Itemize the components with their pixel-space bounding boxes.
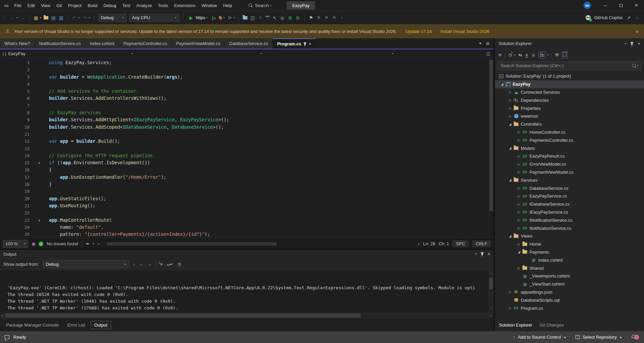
tree-item-dependencies[interactable]: ▷Dependencies bbox=[495, 96, 644, 104]
line-ending-indicator[interactable]: CRLF bbox=[472, 240, 491, 247]
issues-label[interactable]: No issues found bbox=[47, 241, 78, 246]
pin-icon[interactable] bbox=[304, 43, 306, 45]
redo-icon[interactable]: ↷ bbox=[82, 15, 87, 20]
expander-icon[interactable]: ▷ bbox=[516, 226, 521, 230]
expander-icon[interactable]: ▷ bbox=[516, 203, 521, 206]
toolbar-drag-handle[interactable]: ⋮ bbox=[2, 16, 7, 19]
fold-icon[interactable]: ∨ bbox=[30, 217, 49, 224]
line-indicator[interactable]: Ln: 28 bbox=[423, 241, 435, 246]
editor-tab-paymentscontroller-cs[interactable]: PaymentsController.cs bbox=[119, 38, 171, 49]
zoom-level-select[interactable]: 100 %▾ bbox=[3, 240, 28, 248]
editor-tab-index-cshtml[interactable]: Index.cshtml bbox=[85, 38, 119, 49]
code-line[interactable]: 18} bbox=[0, 181, 494, 188]
chevron-down-icon[interactable]: ▾ bbox=[223, 16, 225, 19]
tree-item-inotificationservice-cs[interactable]: ▷C#INotificationService.cs bbox=[495, 216, 644, 224]
tree-item-eazypayservice-cs[interactable]: ▷C#EazyPayService.cs bbox=[495, 192, 644, 200]
chevron-down-icon[interactable]: ▾ bbox=[234, 16, 235, 19]
sort-lines-icon[interactable]: ≣ bbox=[287, 15, 293, 20]
chevron-down-icon[interactable]: ▾ bbox=[93, 242, 94, 245]
editor-tab-notificationservice-cs[interactable]: NotificationService.cs bbox=[35, 38, 85, 49]
menu-item-build[interactable]: Build bbox=[85, 3, 100, 8]
scroll-right-icon[interactable]: ▸ bbox=[491, 314, 492, 317]
window-position-icon[interactable]: ▾ bbox=[475, 252, 477, 256]
document-health-icon[interactable]: ◉ bbox=[32, 241, 35, 246]
chevron-down-icon[interactable]: ▾ bbox=[16, 16, 18, 19]
code-line[interactable]: 11 bbox=[0, 131, 494, 138]
code-line[interactable]: 15∨if (!app.Environment.IsDevelopment()) bbox=[0, 159, 494, 166]
clear-all-icon[interactable]: ×≡ bbox=[160, 262, 163, 267]
expander-icon[interactable]: ▷ bbox=[516, 186, 521, 190]
tree-item-notificationservice-cs[interactable]: ▷C#NotificationService.cs bbox=[495, 224, 644, 232]
code-line[interactable]: 9builder.Services.AddHttpClient<IEazyPay… bbox=[0, 116, 494, 123]
tree-item-program-cs[interactable]: ▷C#Program.cs bbox=[495, 304, 644, 312]
editor-tab-what-s-new[interactable]: What's New? bbox=[0, 38, 34, 49]
expander-icon[interactable]: ▷ bbox=[508, 115, 513, 118]
close-icon[interactable]: × bbox=[636, 29, 639, 34]
editor-tab-databaseservice-cs[interactable]: DatabaseService.cs bbox=[225, 38, 273, 49]
copilot-label[interactable]: GitHub Copilot bbox=[594, 15, 623, 20]
code-line[interactable]: 1using EazyPay.Services; bbox=[0, 59, 494, 66]
tree-item-paymentscontroller-cs[interactable]: ▷C#PaymentsController.cs bbox=[495, 136, 644, 144]
code-line[interactable]: 16{ bbox=[0, 166, 494, 173]
toolbar-overflow-icon[interactable]: ≡ bbox=[339, 16, 344, 19]
code-line[interactable]: 5// Add services to the container. bbox=[0, 88, 494, 95]
expander-icon[interactable]: ▷ bbox=[508, 306, 513, 310]
scroll-right-icon[interactable]: ▸ bbox=[418, 242, 420, 246]
member-dropdown[interactable]: ▾ bbox=[265, 49, 396, 58]
undo-icon[interactable]: ↶ bbox=[72, 15, 77, 20]
code-line[interactable]: 3var builder = WebApplication.CreateBuil… bbox=[0, 74, 494, 81]
add-to-source-control-button[interactable]: ↑ Add to Source Control ▲ bbox=[513, 335, 566, 340]
code-line[interactable]: 14// Configure the HTTP request pipeline… bbox=[0, 152, 494, 159]
code-line[interactable]: 19 bbox=[0, 188, 494, 195]
navigate-forward-icon[interactable]: → bbox=[20, 15, 26, 20]
user-avatar[interactable]: SK bbox=[584, 2, 591, 9]
tree-item-ieazypayservice-cs[interactable]: ▷C#IEazyPayService.cs bbox=[495, 208, 644, 216]
add-item-icon[interactable] bbox=[243, 16, 247, 19]
tree-item-appsettings-json[interactable]: ▷⚙appsettings.json bbox=[495, 288, 644, 296]
tree-item-viewimports-cshtml[interactable]: @_ViewImports.cshtml bbox=[495, 272, 644, 280]
spell-check-icon[interactable]: abc✓ bbox=[265, 15, 270, 20]
copy-lines-icon[interactable]: ▣ bbox=[280, 15, 285, 20]
select-repository-button[interactable]: Select Repository ▲ bbox=[576, 335, 622, 340]
code-line[interactable]: 6builder.Services.AddControllersWithView… bbox=[0, 95, 494, 102]
update-link[interactable]: Update 17.14 bbox=[406, 29, 432, 34]
window-layout-icon[interactable]: ◫ bbox=[250, 15, 255, 20]
solution-row[interactable]: ∞Solution 'EazyPay' (1 of 1 project) bbox=[495, 72, 644, 80]
output-source-select[interactable]: Debug▾ bbox=[43, 260, 129, 268]
feedback-icon[interactable] bbox=[5, 335, 9, 339]
save-icon[interactable]: ▤ bbox=[51, 15, 56, 20]
notifications-button[interactable]: 1 bbox=[632, 335, 636, 340]
indent-lines-icon[interactable]: ≣ bbox=[295, 15, 301, 20]
expander-icon[interactable]: ◢ bbox=[508, 234, 513, 238]
code-line[interactable]: 4 bbox=[0, 81, 494, 88]
expander-icon[interactable]: ▷ bbox=[516, 170, 521, 174]
active-files-dropdown-icon[interactable]: ▼ bbox=[478, 42, 482, 45]
start-debugging-button[interactable]: ▶ https ▾ bbox=[187, 15, 209, 20]
pin-icon[interactable] bbox=[631, 42, 633, 45]
panel-tab-git-changes[interactable]: Git Changes bbox=[540, 323, 564, 328]
code-line[interactable]: 8// EazyPay services bbox=[0, 109, 494, 116]
split-editor-icon[interactable]: ◫ bbox=[487, 51, 494, 56]
tree-item-idatabaseservice-cs[interactable]: ▷C#IDatabaseService.cs bbox=[495, 200, 644, 208]
code-line[interactable]: 21app.UseRouting(); bbox=[0, 202, 494, 209]
previous-bookmark-icon[interactable]: ⚑ bbox=[316, 15, 321, 20]
expander-icon[interactable]: ▷ bbox=[516, 195, 521, 198]
scroll-left-icon[interactable]: ◂ bbox=[1, 314, 3, 317]
code-line[interactable]: 24 name: "default", bbox=[0, 224, 494, 231]
goto-message-icon[interactable]: ↓ bbox=[133, 262, 135, 267]
next-bookmark-icon[interactable]: ⚑ bbox=[324, 15, 329, 20]
expander-icon[interactable]: ▷ bbox=[516, 218, 521, 222]
sync-with-active-document-icon[interactable] bbox=[539, 51, 545, 58]
search-box[interactable]: Search ▾ bbox=[248, 3, 271, 8]
expander-icon[interactable]: ▷ bbox=[516, 243, 521, 246]
switch-views-icon[interactable]: ❖ bbox=[498, 53, 502, 57]
copy-icon[interactable]: ▣ bbox=[531, 53, 535, 57]
tree-item-controllers[interactable]: ◢Controllers bbox=[495, 120, 644, 128]
github-copilot-icon[interactable] bbox=[586, 15, 591, 20]
bookmark-icon[interactable]: ⚑ bbox=[308, 15, 314, 20]
expander-icon[interactable]: ▷ bbox=[516, 266, 521, 270]
menu-item-view[interactable]: View bbox=[38, 3, 53, 8]
navigate-back-icon[interactable]: ← bbox=[10, 15, 15, 20]
pin-icon[interactable] bbox=[481, 253, 483, 255]
type-dropdown[interactable]: ▾ bbox=[133, 49, 265, 58]
